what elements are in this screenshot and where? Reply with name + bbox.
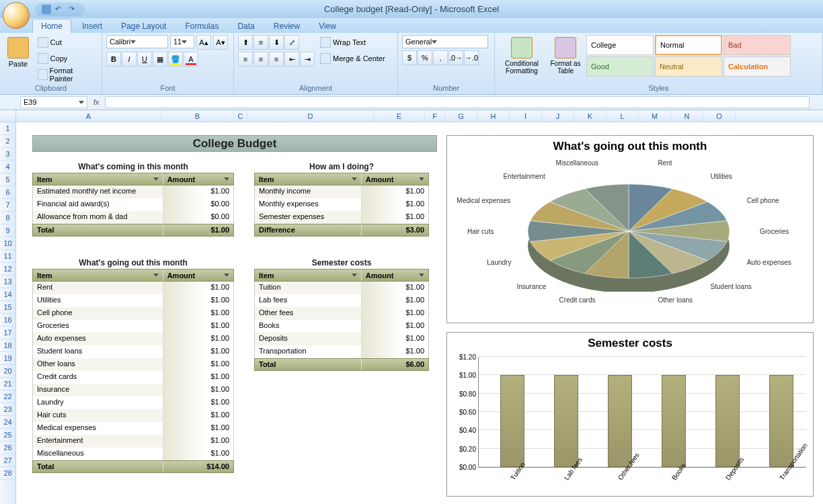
row-header-11[interactable]: 11	[0, 250, 15, 263]
row-headers[interactable]: 1234567891011121314151617181920212223242…	[0, 122, 16, 504]
table-row[interactable]: Rent$1.00	[32, 282, 234, 294]
filter-icon[interactable]	[419, 177, 424, 181]
col-item[interactable]: Item	[255, 269, 362, 281]
number-format-select[interactable]: General	[402, 35, 488, 48]
font-color-button[interactable]: A	[184, 52, 198, 67]
undo-icon[interactable]: ↶	[55, 5, 65, 14]
format-painter-button[interactable]: Format Painter	[35, 67, 97, 82]
table-row[interactable]: Groceries$1.00	[32, 320, 234, 333]
style-calculation[interactable]: Calculation	[723, 56, 791, 77]
office-button[interactable]	[3, 2, 30, 29]
row-header-7[interactable]: 7	[0, 199, 15, 212]
col-amount[interactable]: Amount	[163, 173, 233, 185]
table-row[interactable]: Miscellaneous$1.00	[32, 448, 234, 460]
filter-icon[interactable]	[352, 274, 357, 277]
row-header-24[interactable]: 24	[0, 416, 15, 429]
italic-button[interactable]: I	[122, 52, 136, 67]
table-row[interactable]: Medical expenses$1.00	[32, 422, 234, 435]
align-center-button[interactable]: ≡	[253, 52, 268, 67]
increase-decimal-button[interactable]: .0→	[448, 50, 463, 65]
table-row[interactable]: Financial aid award(s)$0.00	[32, 198, 234, 211]
paste-button[interactable]: Paste	[4, 35, 32, 70]
table-row[interactable]: Laundry$1.00	[32, 396, 234, 409]
align-bottom-button[interactable]: ⬇	[269, 35, 284, 50]
row-header-6[interactable]: 6	[0, 186, 15, 199]
filter-icon[interactable]	[224, 177, 229, 181]
col-header-H[interactable]: H	[477, 110, 510, 122]
table-row[interactable]: Credit cards$1.00	[32, 371, 234, 384]
name-box[interactable]: E39	[20, 96, 87, 108]
table-row[interactable]: Cell phone$1.00	[32, 307, 234, 320]
row-header-19[interactable]: 19	[0, 352, 15, 365]
table-row[interactable]: Other loans$1.00	[32, 358, 234, 371]
row-header-16[interactable]: 16	[0, 314, 15, 327]
tab-page-layout[interactable]: Page Layout	[113, 19, 174, 33]
indent-decrease-button[interactable]: ⇤	[284, 52, 299, 67]
row-header-23[interactable]: 23	[0, 403, 15, 416]
row-header-1[interactable]: 1	[0, 122, 15, 135]
row-header-22[interactable]: 22	[0, 390, 15, 403]
filter-icon[interactable]	[419, 274, 424, 277]
style-neutral[interactable]: Neutral	[655, 56, 722, 77]
row-header-15[interactable]: 15	[0, 301, 15, 314]
col-header-B[interactable]: B	[161, 110, 234, 122]
col-header-D[interactable]: D	[247, 110, 374, 122]
col-item[interactable]: Item	[255, 173, 362, 185]
col-header-E[interactable]: E	[374, 110, 425, 122]
table-row[interactable]: Tuition$1.00	[254, 282, 429, 294]
conditional-formatting-button[interactable]: Conditional Formatting	[499, 35, 545, 77]
row-header-2[interactable]: 2	[0, 135, 15, 148]
format-as-table-button[interactable]: Format as Table	[547, 35, 584, 77]
row-header-14[interactable]: 14	[0, 288, 15, 301]
row-header-8[interactable]: 8	[0, 212, 15, 224]
font-name-select[interactable]: Calibri	[106, 35, 168, 48]
tab-home[interactable]: Home	[32, 19, 71, 33]
table-row[interactable]: Student loans$1.00	[32, 345, 234, 358]
row-header-20[interactable]: 20	[0, 365, 15, 378]
filter-icon[interactable]	[224, 274, 229, 277]
sheet-canvas[interactable]: College Budget What's coming in this mon…	[16, 122, 823, 504]
table-row[interactable]: Insurance$1.00	[32, 384, 234, 396]
table-row[interactable]: Monthly expenses$1.00	[254, 198, 429, 211]
align-right-button[interactable]: ≡	[269, 52, 284, 67]
table-row[interactable]: Deposits$1.00	[254, 333, 429, 345]
shrink-font-button[interactable]: A▾	[213, 35, 228, 50]
copy-button[interactable]: Copy	[35, 51, 97, 66]
border-button[interactable]: ▦	[153, 52, 167, 67]
tab-insert[interactable]: Insert	[74, 19, 110, 33]
align-top-button[interactable]: ⬆	[238, 35, 253, 50]
table-row[interactable]: Estimated monthly net income$1.00	[32, 185, 234, 198]
fx-icon[interactable]: fx	[90, 98, 102, 106]
table-row[interactable]: Allowance from mom & dad$0.00	[32, 211, 234, 224]
row-header-21[interactable]: 21	[0, 378, 15, 390]
col-amount[interactable]: Amount	[362, 173, 428, 185]
percent-button[interactable]: %	[418, 50, 432, 65]
row-header-4[interactable]: 4	[0, 161, 15, 173]
cell-styles-gallery[interactable]: College Normal Bad Good Neutral Calculat…	[586, 35, 791, 77]
col-header-J[interactable]: J	[542, 110, 574, 122]
col-amount[interactable]: Amount	[362, 269, 428, 281]
indent-increase-button[interactable]: ⇥	[300, 52, 315, 67]
orientation-button[interactable]: ⤢	[284, 35, 299, 50]
row-header-17[interactable]: 17	[0, 327, 15, 339]
font-size-select[interactable]: 11	[170, 35, 194, 48]
table-row[interactable]: Transportation$1.00	[254, 345, 429, 358]
style-college[interactable]: College	[586, 35, 654, 55]
table-row[interactable]: Hair cuts$1.00	[32, 409, 234, 422]
chart-pie-outgoing[interactable]: What's going out this month RentUtilitie…	[446, 135, 814, 323]
row-header-28[interactable]: 28	[0, 467, 15, 480]
align-left-button[interactable]: ≡	[238, 52, 253, 67]
bold-button[interactable]: B	[106, 52, 121, 67]
table-row[interactable]: Other fees$1.00	[254, 307, 429, 320]
save-icon[interactable]	[42, 5, 51, 14]
row-header-3[interactable]: 3	[0, 148, 15, 161]
merge-center-button[interactable]: Merge & Center	[317, 51, 388, 66]
row-header-27[interactable]: 27	[0, 454, 15, 467]
wrap-text-button[interactable]: Wrap Text	[317, 35, 388, 50]
fill-color-button[interactable]: 🪣	[168, 52, 183, 67]
row-header-26[interactable]: 26	[0, 442, 15, 454]
grow-font-button[interactable]: A▴	[196, 35, 211, 50]
tab-data[interactable]: Data	[229, 19, 262, 33]
decrease-decimal-button[interactable]: →.0	[464, 50, 479, 65]
style-normal[interactable]: Normal	[655, 35, 722, 55]
